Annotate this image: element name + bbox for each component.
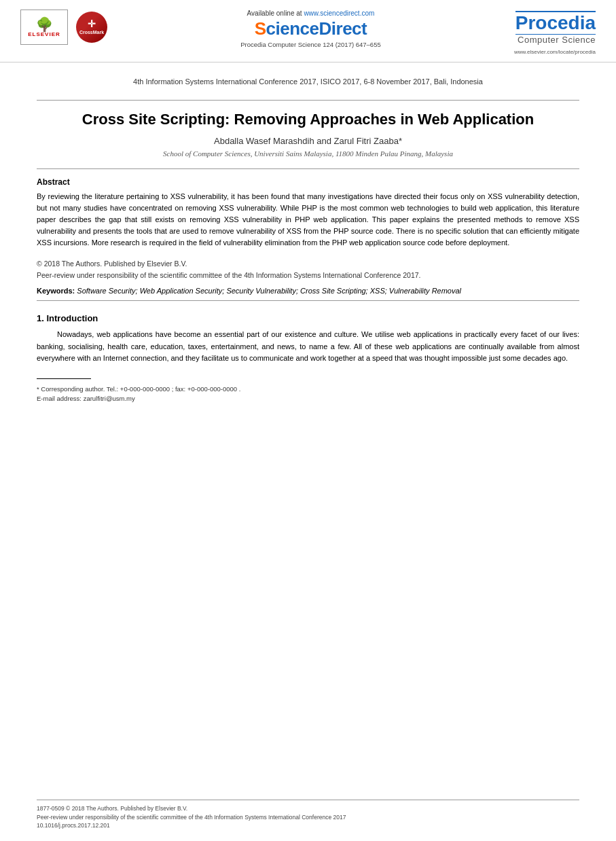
crossmark-icon: ✛ xyxy=(79,19,104,29)
abstract-title: Abstract xyxy=(37,177,579,187)
sciencedirect-s: S xyxy=(255,18,266,39)
conference-header: 4th Information Systems International Co… xyxy=(37,69,579,94)
crossmark-logo: ✛ CrossMark xyxy=(76,12,107,43)
divider-2 xyxy=(37,168,579,169)
footer-line2: Peer-review under responsibility of the … xyxy=(37,813,579,822)
main-content: 4th Information Systems International Co… xyxy=(0,62,616,417)
page-header: 🌳 ELSEVIER ✛ CrossMark Available online … xyxy=(0,0,616,62)
elsevier-tree-icon: 🌳 xyxy=(36,18,53,31)
footer-line1: 1877-0509 © 2018 The Authors. Published … xyxy=(37,804,579,813)
copyright-line1: © 2018 The Authors. Published by Elsevie… xyxy=(37,258,579,270)
keywords-text: Software Security; Web Application Secur… xyxy=(77,287,461,295)
journal-info: Procedia Computer Science 124 (2017) 647… xyxy=(240,41,381,48)
section1-title: 1. Introduction xyxy=(37,313,579,323)
footnote-section: * Corresponding author. Tel.: +0-000-000… xyxy=(37,384,579,404)
footnote-line2: E-mail address: zarulfitri@usm.my xyxy=(37,394,579,404)
abstract-text: By reviewing the literature pertaining t… xyxy=(37,191,579,249)
available-online-text: Available online at www.sciencedirect.co… xyxy=(247,10,375,17)
procedia-title: Procedia xyxy=(515,14,596,33)
authors: Abdalla Wasef Marashdih and Zarul Fitri … xyxy=(37,136,579,146)
header-center: Available online at www.sciencedirect.co… xyxy=(107,10,514,48)
divider-3 xyxy=(37,300,579,301)
sciencedirect-name: cienceDirect xyxy=(266,18,367,39)
header-right: Procedia Computer Science www.elsevier.c… xyxy=(514,10,596,55)
footer-text: 1877-0509 © 2018 The Authors. Published … xyxy=(37,804,579,830)
crossmark-label: ✛ CrossMark xyxy=(79,19,104,35)
copyright-section: © 2018 The Authors. Published by Elsevie… xyxy=(37,258,579,281)
keywords-section: Keywords: Software Security; Web Applica… xyxy=(37,287,579,295)
article-title: Cross Site Scripting: Removing Approache… xyxy=(37,110,579,130)
elsevier-box: 🌳 ELSEVIER xyxy=(20,10,68,45)
procedia-url: www.elsevier.com/locate/procedia xyxy=(514,49,596,55)
divider-1 xyxy=(37,100,579,101)
procedia-border: Procedia xyxy=(515,11,596,35)
page-footer: 1877-0509 © 2018 The Authors. Published … xyxy=(37,800,579,830)
procedia-logo: Procedia Computer Science xyxy=(515,10,596,45)
sciencedirect-logo: ScienceDirect xyxy=(255,18,367,39)
sciencedirect-url-link[interactable]: www.sciencedirect.com xyxy=(304,10,374,17)
elsevier-logo: 🌳 ELSEVIER ✛ CrossMark xyxy=(20,10,107,45)
footnote-divider xyxy=(37,378,91,379)
keywords-label: Keywords: xyxy=(37,287,75,295)
section1-text: Nowadays, web applications have become a… xyxy=(37,329,579,365)
header-left: 🌳 ELSEVIER ✛ CrossMark xyxy=(20,10,107,45)
abstract-section: Abstract By reviewing the literature per… xyxy=(37,177,579,249)
footer-line3: 10.1016/j.procs.2017.12.201 xyxy=(37,821,579,830)
footnote-line1: * Corresponding author. Tel.: +0-000-000… xyxy=(37,384,579,394)
copyright-line2: Peer-review under responsibility of the … xyxy=(37,270,579,281)
affiliation: School of Computer Sciences, Universiti … xyxy=(37,149,579,158)
page: 🌳 ELSEVIER ✛ CrossMark Available online … xyxy=(0,0,616,841)
elsevier-label: ELSEVIER xyxy=(28,31,60,37)
computer-science-label: Computer Science xyxy=(515,35,596,45)
